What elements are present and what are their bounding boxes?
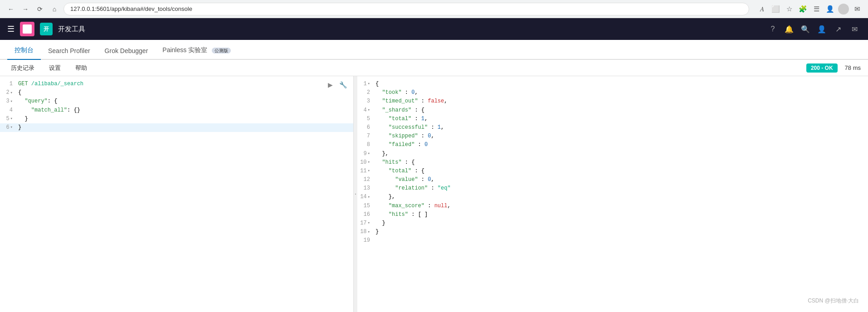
- resp-content-8: "failed" : 0: [375, 141, 868, 149]
- resp-content-4: "_shards" : {: [375, 106, 868, 115]
- resp-content-18: }: [375, 228, 868, 236]
- response-editor[interactable]: 1▾ { 2 "took" : 0, 3 "timed_out" : false…: [357, 76, 868, 312]
- wrench-icon[interactable]: 🔧: [338, 80, 348, 90]
- tab-search-profiler[interactable]: Search Profiler: [41, 43, 98, 60]
- address-bar[interactable]: 127.0.0.1:5601/app/kibana#/dev_tools/con…: [63, 3, 749, 15]
- tab-console[interactable]: 控制台: [7, 42, 41, 60]
- back-button[interactable]: ←: [5, 4, 16, 15]
- resp-num-4: 4▾: [357, 106, 375, 115]
- app-icon[interactable]: 开: [40, 23, 53, 35]
- resp-line-18: 18▾ }: [357, 228, 868, 236]
- email-icon[interactable]: ✉: [852, 4, 863, 15]
- tab-grok-debugger[interactable]: Grok Debugger: [98, 43, 156, 60]
- tab-icon[interactable]: ⬜: [770, 4, 781, 15]
- resp-line-11: 11▾ "total" : {: [357, 167, 868, 176]
- browser-chrome: ← → ⟳ ⌂ 127.0.0.1:5601/app/kibana#/dev_t…: [0, 0, 868, 18]
- toolbar: 历史记录 设置 帮助 200 - OK 78 ms: [0, 60, 868, 76]
- resp-num-6: 6: [357, 123, 375, 132]
- resp-content-12: "value" : 0,: [375, 176, 868, 184]
- resp-line-19: 19: [357, 236, 868, 245]
- resp-num-3: 3: [357, 97, 375, 106]
- collections-icon[interactable]: ☰: [811, 4, 822, 15]
- resize-handle[interactable]: ⋮: [354, 76, 357, 312]
- tab-console-label: 控制台: [15, 46, 34, 54]
- resp-num-11: 11▾: [357, 167, 375, 176]
- history-button[interactable]: 历史记录: [7, 62, 38, 74]
- line-num-4: 4: [0, 106, 18, 115]
- home-button[interactable]: ⌂: [49, 4, 60, 15]
- forward-button[interactable]: →: [20, 4, 31, 15]
- resp-line-16: 16 "hits" : [ ]: [357, 210, 868, 219]
- resp-content-9: },: [375, 150, 868, 158]
- editor-line-3: 3▾ "query": {: [0, 97, 353, 106]
- resp-line-17: 17▾ }: [357, 219, 868, 228]
- share-icon[interactable]: ↗: [832, 23, 844, 35]
- resp-num-5: 5: [357, 115, 375, 123]
- line-num-1: 1: [0, 80, 18, 88]
- help-icon[interactable]: ?: [766, 23, 779, 35]
- status-badge: 200 - OK: [806, 63, 838, 73]
- help-button[interactable]: 帮助: [72, 62, 91, 74]
- topbar-right-icons: ? 🔔 🔍 👤 ↗ ✉: [766, 23, 861, 35]
- resp-content-11: "total" : {: [375, 167, 868, 176]
- line-num-5: 5▾: [0, 115, 18, 123]
- bookmark-icon[interactable]: ☆: [784, 4, 795, 15]
- resp-line-12: 12 "value" : 0,: [357, 176, 868, 184]
- tab-painless[interactable]: Painless 实验室 公测版: [155, 42, 238, 60]
- user-icon[interactable]: 👤: [815, 23, 828, 35]
- resp-num-1: 1▾: [357, 80, 375, 88]
- notifications-icon[interactable]: 🔔: [783, 23, 795, 35]
- tab-bar: 控制台 Search Profiler Grok Debugger Painle…: [0, 40, 868, 60]
- time-badge: 78 ms: [845, 64, 861, 71]
- line-content-4: "match_all": {}: [18, 106, 353, 115]
- kibana-logo[interactable]: [20, 22, 34, 36]
- resp-line-2: 2 "took" : 0,: [357, 88, 868, 97]
- line-content-1: GET /alibaba/_search: [18, 80, 353, 88]
- resp-line-14: 14▾ },: [357, 193, 868, 201]
- read-mode-icon[interactable]: 𝐴: [756, 4, 767, 15]
- resp-num-8: 8: [357, 141, 375, 149]
- editor-line-5: 5▾ }: [0, 115, 353, 123]
- line-content-2: {: [18, 88, 353, 97]
- editor-line-1: 1 GET /alibaba/_search: [0, 80, 353, 88]
- resp-num-10: 10▾: [357, 158, 375, 167]
- resp-content-10: "hits" : {: [375, 158, 868, 167]
- resp-line-7: 7 "skipped" : 0,: [357, 132, 868, 141]
- hamburger-menu-icon[interactable]: ☰: [7, 24, 15, 34]
- accounts-icon[interactable]: 👤: [824, 4, 835, 15]
- resp-content-13: "relation" : "eq": [375, 184, 868, 193]
- editor-line-2: 2▾ {: [0, 88, 353, 97]
- profile-avatar[interactable]: [838, 4, 849, 15]
- resp-content-3: "timed_out" : false,: [375, 97, 868, 106]
- resp-line-3: 3 "timed_out" : false,: [357, 97, 868, 106]
- code-editor[interactable]: 1 GET /alibaba/_search 2▾ { 3▾ "query": …: [0, 76, 353, 312]
- resp-num-17: 17▾: [357, 219, 375, 228]
- kibana-logo-inner: [23, 24, 32, 34]
- resp-num-12: 12: [357, 176, 375, 184]
- run-icon[interactable]: ▶: [325, 80, 335, 90]
- editor-line-4: 4 "match_all": {}: [0, 106, 353, 115]
- search-icon[interactable]: 🔍: [799, 23, 812, 35]
- tab-painless-badge: 公测版: [212, 48, 231, 54]
- resp-content-17: }: [375, 219, 868, 228]
- line-content-6: }: [18, 123, 353, 132]
- query-editor-panel: ▶ 🔧 1 GET /alibaba/_search 2▾ { 3▾ "quer…: [0, 76, 354, 312]
- resp-line-15: 15 "max_score" : null,: [357, 202, 868, 210]
- resp-content-2: "took" : 0,: [375, 88, 868, 97]
- resp-content-5: "total" : 1,: [375, 115, 868, 123]
- kibana-topbar: ☰ 开 开发工具 ? 🔔 🔍 👤 ↗ ✉: [0, 18, 868, 40]
- email-icon[interactable]: ✉: [848, 23, 861, 35]
- resp-num-2: 2: [357, 88, 375, 97]
- resp-num-13: 13: [357, 184, 375, 193]
- watermark-text: CSDN @扫地僧·大白: [808, 297, 859, 304]
- line-num-6: 6▾: [0, 123, 18, 132]
- watermark: CSDN @扫地僧·大白: [808, 297, 859, 305]
- line-num-3: 3▾: [0, 97, 18, 106]
- app-icon-text: 开: [44, 25, 49, 33]
- resp-line-10: 10▾ "hits" : {: [357, 158, 868, 167]
- line-content-3: "query": {: [18, 97, 353, 106]
- reload-button[interactable]: ⟳: [34, 4, 45, 15]
- editor-icons: ▶ 🔧: [325, 80, 348, 90]
- settings-button[interactable]: 设置: [45, 62, 64, 74]
- extensions-icon[interactable]: 🧩: [797, 4, 808, 15]
